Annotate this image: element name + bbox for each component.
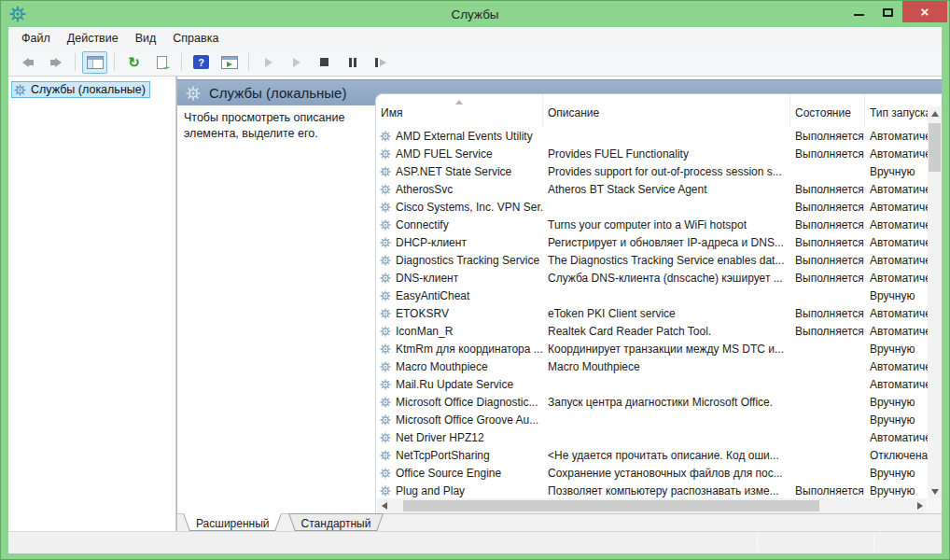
service-startup-type: Автоматически xyxy=(865,378,928,391)
service-description: <Не удается прочитать описание. Код оши.… xyxy=(543,449,790,462)
column-header-name[interactable]: Имя xyxy=(376,94,543,127)
service-description: Регистрирует и обновляет IP-адреса и DNS… xyxy=(543,236,790,249)
console-tree-icon xyxy=(87,56,104,69)
table-row[interactable]: NetTcpPortSharing <Не удается прочитать … xyxy=(376,446,928,464)
scroll-down-button[interactable] xyxy=(928,484,942,498)
refresh-button[interactable]: ↻ xyxy=(121,51,147,74)
table-row[interactable]: ASP.NET State Service Provides support f… xyxy=(376,162,928,180)
vertical-scrollbar-thumb[interactable] xyxy=(929,123,941,172)
horizontal-scrollbar[interactable] xyxy=(377,498,927,513)
service-status: Выполняется xyxy=(790,484,865,497)
menu-item[interactable]: Файл xyxy=(13,30,59,47)
service-name: ASP.NET State Service xyxy=(396,165,511,178)
service-description: Realtek Card Reader Patch Tool. xyxy=(543,325,790,338)
show-console-tree-button[interactable] xyxy=(82,51,107,74)
menu-item[interactable]: Справка xyxy=(164,30,227,47)
table-row[interactable]: AMD External Events Utility Выполняется … xyxy=(376,127,928,145)
service-name: AMD External Events Utility xyxy=(396,130,533,143)
table-row[interactable]: Diagnostics Tracking Service The Diagnos… xyxy=(376,251,928,269)
description-hint: Чтобы просмотреть описание элемента, выд… xyxy=(184,110,387,142)
table-row[interactable]: ETOKSRV eToken PKI Client service Выполн… xyxy=(376,304,928,322)
table-row[interactable]: Mail.Ru Update Service Автоматически xyxy=(376,375,928,393)
banner-title: Службы (локальные) xyxy=(209,85,346,101)
resume-service-button[interactable] xyxy=(284,51,309,74)
table-row[interactable]: EasyAntiCheat Вручную xyxy=(376,287,928,304)
toolbar: ↻ → ? xyxy=(8,49,942,77)
service-startup-type: Автоматически xyxy=(865,218,928,231)
table-row[interactable]: KtmRm для координатора ... Координирует … xyxy=(376,340,928,357)
table-header: Имя Описание Состояние Тип запуска xyxy=(376,94,928,127)
table-row[interactable]: Macro Mouthpiece Macro Mouthpiece Автома… xyxy=(376,357,928,375)
scroll-right-button[interactable] xyxy=(913,498,927,513)
start-service-button[interactable] xyxy=(256,51,281,74)
service-startup-type: Вручную xyxy=(865,343,928,356)
service-startup-type: Автоматически xyxy=(865,236,928,249)
service-name: AMD FUEL Service xyxy=(396,147,493,161)
gear-icon xyxy=(380,432,391,443)
service-startup-type: Вручную xyxy=(865,396,928,409)
horizontal-scrollbar-thumb[interactable] xyxy=(403,500,819,511)
statusbar-separator xyxy=(873,535,874,551)
scroll-up-button[interactable] xyxy=(928,106,942,120)
gear-icon xyxy=(380,202,391,213)
maximize-button[interactable] xyxy=(873,1,902,23)
table-row[interactable]: Cisco Systems, Inc. VPN Ser... Выполняет… xyxy=(376,198,928,216)
menu-item[interactable]: Действие xyxy=(59,30,127,47)
gear-icon xyxy=(380,166,391,177)
service-name: Mail.Ru Update Service xyxy=(396,378,513,391)
arrow-up-icon xyxy=(931,111,939,117)
view-tabs: Расширенный Стандартный xyxy=(177,513,942,531)
services-list-panel: Имя Описание Состояние Тип запуска AMD E… xyxy=(375,93,942,513)
menu-item[interactable]: Вид xyxy=(127,30,165,47)
service-name: Microsoft Office Groove Au... xyxy=(396,413,538,427)
help-button[interactable]: ? xyxy=(189,51,214,74)
column-header-status[interactable]: Состояние xyxy=(790,94,865,127)
service-startup-type: Отключена xyxy=(865,449,928,462)
statusbar xyxy=(8,531,942,553)
forward-button[interactable] xyxy=(43,51,68,74)
service-status: Выполняется xyxy=(790,147,865,161)
service-description: Координирует транзакции между MS DTC и..… xyxy=(543,343,790,356)
tab-standard[interactable]: Стандартный xyxy=(286,514,387,532)
service-name: KtmRm для координатора ... xyxy=(396,343,543,356)
service-startup-type: Автоматически xyxy=(865,254,928,267)
vertical-scrollbar[interactable] xyxy=(928,106,942,498)
close-button[interactable]: × xyxy=(902,1,947,22)
service-name: Plug and Play xyxy=(396,484,465,497)
column-header-startup-type[interactable]: Тип запуска xyxy=(865,94,928,127)
gear-icon xyxy=(380,468,391,479)
column-header-description[interactable]: Описание xyxy=(543,94,790,127)
service-description: Provides support for out-of-process sess… xyxy=(543,165,790,178)
window-title: Службы xyxy=(1,1,949,27)
table-row[interactable]: Plug and Play Позволяет компьютеру распо… xyxy=(376,482,928,498)
table-row[interactable]: Connectify Turns your computer into a Wi… xyxy=(376,216,928,233)
show-action-pane-button[interactable] xyxy=(217,51,242,74)
service-description: Служба DNS-клиента (dnscache) кэширует .… xyxy=(543,272,790,285)
table-row[interactable]: Microsoft Office Diagnostic... Запуск це… xyxy=(376,393,928,411)
export-list-button[interactable]: → xyxy=(149,51,175,74)
forward-arrow-icon xyxy=(50,58,62,67)
export-list-icon: → xyxy=(157,56,167,69)
gear-icon xyxy=(14,84,26,96)
tab-extended[interactable]: Расширенный xyxy=(180,514,286,532)
restart-service-button[interactable] xyxy=(368,51,393,74)
table-row[interactable]: AtherosSvc Atheros BT Stack Service Agen… xyxy=(376,180,928,198)
service-description: Turns your computer into a WiFi hotspot xyxy=(543,218,790,231)
table-row[interactable]: Net Driver HPZ12 Автоматически xyxy=(376,428,928,446)
service-name: Office Source Engine xyxy=(396,467,501,480)
minimize-button[interactable] xyxy=(845,1,873,23)
scroll-left-button[interactable] xyxy=(377,498,391,513)
sort-asc-icon xyxy=(455,100,463,105)
table-row[interactable]: Microsoft Office Groove Au... Вручную xyxy=(376,411,928,428)
service-description: Запуск центра диагностики Microsoft Offi… xyxy=(543,396,790,409)
table-row[interactable]: IconMan_R Realtek Card Reader Patch Tool… xyxy=(376,322,928,340)
back-button[interactable] xyxy=(15,51,40,74)
table-row[interactable]: AMD FUEL Service Provides FUEL Functiona… xyxy=(376,145,928,162)
console-tree-pane: Службы (локальные) xyxy=(8,77,176,531)
table-row[interactable]: DNS-клиент Служба DNS-клиента (dnscache)… xyxy=(376,269,928,287)
table-row[interactable]: DHCP-клиент Регистрирует и обновляет IP-… xyxy=(376,233,928,251)
table-row[interactable]: Office Source Engine Сохранение установо… xyxy=(376,464,928,482)
sidebar-item-services-local[interactable]: Службы (локальные) xyxy=(11,81,150,98)
pause-service-button[interactable] xyxy=(340,51,365,74)
stop-service-button[interactable] xyxy=(312,51,337,74)
